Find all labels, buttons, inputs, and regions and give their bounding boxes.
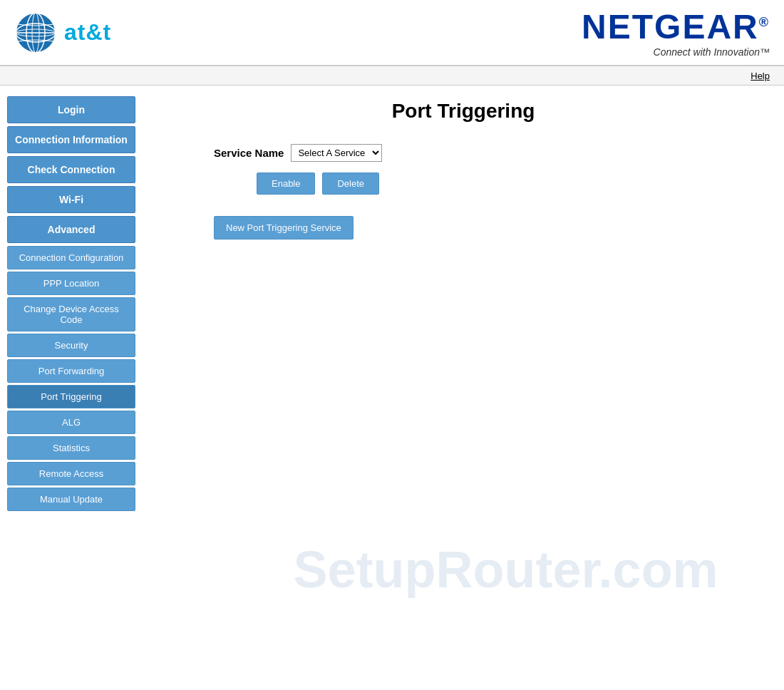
sidebar-btn-advanced[interactable]: Advanced: [7, 216, 135, 243]
netgear-brand-text: NETGEAR®: [582, 8, 770, 46]
new-port-triggering-service-button[interactable]: New Port Triggering Service: [214, 216, 354, 240]
sidebar: Login Connection Information Check Conne…: [0, 86, 143, 656]
service-name-select[interactable]: Select A Service: [291, 144, 382, 162]
delete-button[interactable]: Delete: [322, 172, 379, 195]
att-brand-text: at&t: [64, 19, 111, 46]
enable-delete-row: Enable Delete: [257, 172, 755, 195]
sidebar-sub-btn-manual-update[interactable]: Manual Update: [7, 488, 135, 511]
sidebar-btn-connection-information[interactable]: Connection Information: [7, 126, 135, 153]
att-logo: at&t: [14, 11, 111, 54]
netgear-sub-text: Connect with Innovation™: [582, 46, 770, 58]
header: at&t NETGEAR® Connect with Innovation™: [0, 0, 784, 66]
service-name-row: Service Name Select A Service: [214, 144, 755, 162]
sidebar-sub-btn-statistics[interactable]: Statistics: [7, 436, 135, 460]
page-title: Port Triggering: [171, 100, 755, 123]
sidebar-sub-btn-alg[interactable]: ALG: [7, 411, 135, 434]
sidebar-sub-btn-port-triggering[interactable]: Port Triggering: [7, 385, 135, 408]
enable-button[interactable]: Enable: [257, 172, 315, 195]
watermark-text: SetupRouter.com: [294, 540, 718, 599]
help-bar: Help: [0, 66, 784, 86]
help-link[interactable]: Help: [751, 71, 770, 81]
content-area: Port Triggering Service Name Select A Se…: [143, 86, 784, 656]
sidebar-sub-btn-port-forwarding[interactable]: Port Forwarding: [7, 359, 135, 383]
sidebar-sub-btn-security[interactable]: Security: [7, 334, 135, 357]
sidebar-sub-btn-ppp-location[interactable]: PPP Location: [7, 272, 135, 295]
sidebar-sub-btn-remote-access[interactable]: Remote Access: [7, 462, 135, 485]
main-layout: Login Connection Information Check Conne…: [0, 86, 784, 656]
att-globe-icon: [14, 11, 57, 54]
sidebar-sub-btn-change-device-access-code[interactable]: Change Device Access Code: [7, 297, 135, 331]
sidebar-btn-login[interactable]: Login: [7, 96, 135, 123]
sidebar-btn-check-connection[interactable]: Check Connection: [7, 156, 135, 183]
netgear-logo: NETGEAR® Connect with Innovation™: [582, 7, 770, 58]
sidebar-sub-btn-connection-configuration[interactable]: Connection Configuration: [7, 246, 135, 269]
sidebar-btn-wifi[interactable]: Wi-Fi: [7, 186, 135, 213]
new-service-row: New Port Triggering Service: [171, 209, 755, 240]
service-name-label: Service Name: [214, 147, 284, 159]
